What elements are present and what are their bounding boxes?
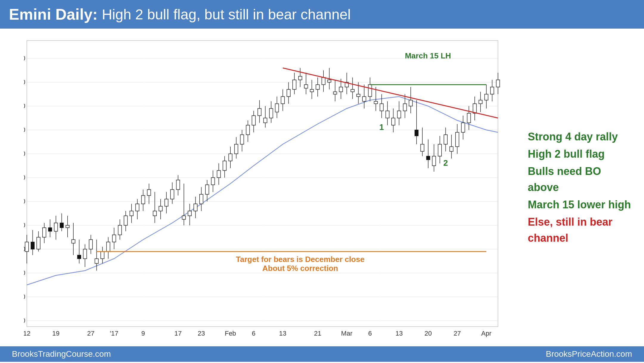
header-title-bold: Emini Daily:: [9, 5, 98, 23]
header-title-rest: High 2 bull flag, but still in bear chan…: [102, 6, 351, 23]
chart-canvas: [24, 35, 516, 345]
annotation-line: March 15 lower high: [528, 197, 635, 213]
chart-area: [0, 29, 519, 346]
main-content: Strong 4 day rallyHigh 2 bull flagBulls …: [0, 29, 644, 346]
footer-right: BrooksPriceAction.com: [546, 349, 632, 359]
header: Emini Daily: High 2 bull flag, but still…: [0, 0, 644, 29]
annotation-line: Bulls need BO above: [528, 163, 635, 196]
annotation-line: Strong 4 day rally: [528, 129, 635, 145]
footer-left: BrooksTradingCourse.com: [12, 349, 111, 359]
annotations-panel: Strong 4 day rallyHigh 2 bull flagBulls …: [519, 29, 644, 346]
annotation-line: High 2 bull flag: [528, 146, 635, 162]
footer: BrooksTradingCourse.com BrooksPriceActio…: [0, 346, 644, 362]
annotation-line: Else, still in bear channel: [528, 214, 635, 246]
